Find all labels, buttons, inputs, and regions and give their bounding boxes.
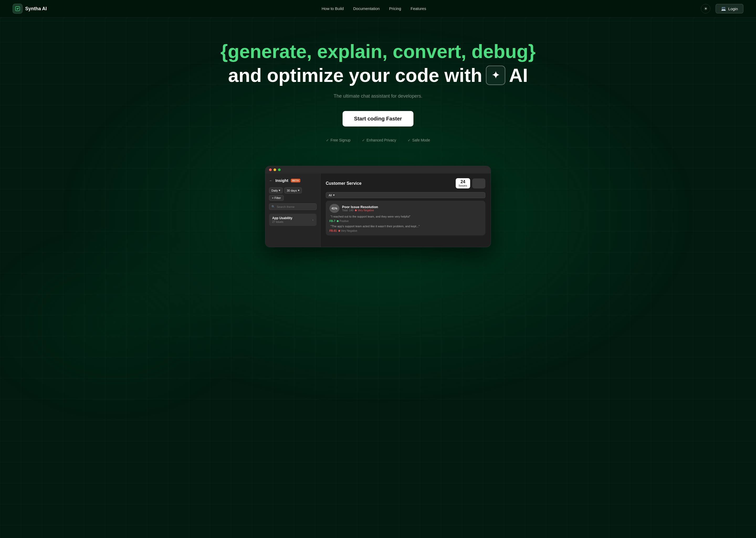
check-enhanced-privacy: ✓ Enhanced Privacy	[362, 138, 396, 142]
negative-dot	[355, 209, 357, 211]
issue-card-header: 41% Poor Issue Resolution Total: 140 Ver…	[329, 204, 482, 213]
hero-line2-prefix: and optimize your code with	[228, 65, 482, 86]
logo[interactable]: Syntha AI	[13, 4, 47, 14]
fb-tag-1: FB-7	[329, 220, 335, 223]
dashboard-main: Customer Service 24 Issues All ▾	[320, 174, 491, 247]
back-arrow-icon[interactable]: ←	[269, 179, 273, 183]
feedback-quote-1: "I reached out to the support team, and …	[329, 215, 482, 218]
logo-text: Syntha AI	[25, 6, 47, 12]
nav-right: ☀ 💻 Login	[701, 4, 743, 13]
logo-icon	[13, 4, 23, 14]
chevron-down-icon: ▾	[279, 189, 280, 192]
feedback-quote-2: "The app's support team acted like it wa…	[329, 225, 482, 228]
main-header: Customer Service 24 Issues	[326, 178, 485, 188]
check-free-signup: ✓ Free Signup	[326, 138, 351, 142]
chevron-right-icon: ›	[312, 218, 313, 222]
chevron-down-icon-2: ▾	[298, 189, 299, 192]
nav-documentation[interactable]: Documentation	[353, 6, 380, 11]
navbar: Syntha AI How to Build Documentation Pri…	[0, 0, 756, 18]
nav-links: How to Build Documentation Pricing Featu…	[322, 6, 426, 11]
hero-headline: {generate, explain, convert, debug}	[11, 41, 745, 62]
feedback-tag-row-2: FB-81 Very Negative	[329, 229, 482, 232]
dashboard-sidebar: ← Insight BETA Daily ▾ 30 days ▾ + Filte…	[265, 174, 320, 247]
nav-features[interactable]: Features	[410, 6, 426, 11]
ai-sparkle-icon: ✦	[486, 66, 505, 85]
hero-section: {generate, explain, convert, debug} and …	[0, 18, 756, 158]
sentiment-positive: Positive	[337, 220, 349, 223]
days-filter[interactable]: 30 days ▾	[284, 188, 302, 193]
dashboard-body: ← Insight BETA Daily ▾ 30 days ▾ + Filte…	[265, 174, 491, 247]
issue-info: Poor Issue Resolution Total: 140 Very Ne…	[342, 205, 378, 212]
app-usability-info: App Usability 27 issues	[272, 216, 293, 223]
chevron-down-icon-3: ▾	[333, 193, 335, 197]
issues-badge: 24 Issues	[456, 178, 470, 188]
hero-line2-suffix: AI	[509, 65, 528, 86]
cta-button[interactable]: Start coding Faster	[343, 111, 413, 127]
laptop-icon: 💻	[721, 6, 726, 11]
sentiment-negative: Very Negative	[338, 229, 357, 232]
expand-dot	[278, 169, 281, 171]
daily-filter[interactable]: Daily ▾	[269, 188, 283, 193]
nav-pricing[interactable]: Pricing	[389, 6, 401, 11]
close-dot	[269, 169, 272, 171]
check-icon-1: ✓	[326, 138, 329, 142]
very-negative-badge: Very Negative	[355, 209, 374, 212]
pct-badge: 41%	[329, 204, 340, 213]
all-filter-dropdown[interactable]: All ▾	[326, 192, 485, 198]
search-theme-input[interactable]	[277, 205, 314, 208]
app-usability-title: App Usability	[272, 216, 293, 220]
insight-label: Insight	[275, 178, 288, 183]
search-icon: 🔍	[271, 205, 275, 208]
sidebar-header: ← Insight BETA	[269, 178, 317, 183]
issue-card: 41% Poor Issue Resolution Total: 140 Ver…	[326, 201, 485, 236]
search-box[interactable]: 🔍	[269, 203, 317, 210]
fb-tag-2: FB-81	[329, 229, 337, 232]
hero-line2: and optimize your code with ✦ AI	[11, 65, 745, 86]
issue-title: Poor Issue Resolution	[342, 205, 378, 209]
check-icon-3: ✓	[408, 138, 410, 142]
dashboard-preview: ← Insight BETA Daily ▾ 30 days ▾ + Filte…	[265, 166, 491, 247]
main-title: Customer Service	[326, 181, 361, 186]
beta-badge: BETA	[291, 179, 300, 183]
positive-dot	[337, 220, 339, 222]
sidebar-filters: Daily ▾ 30 days ▾ + Filter	[269, 188, 317, 201]
negative-dot-2	[338, 230, 340, 232]
issue-meta: Total: 140 Very Negative	[342, 209, 378, 212]
minimize-dot	[274, 169, 276, 171]
check-icon-2: ✓	[362, 138, 365, 142]
window-chrome	[265, 166, 491, 174]
app-usability-card[interactable]: App Usability 27 issues ›	[269, 214, 317, 226]
issues-row: 24 Issues	[456, 178, 485, 188]
check-safe-mode: ✓ Safe Mode	[408, 138, 430, 142]
hero-line1: {generate, explain, convert, debug}	[221, 41, 535, 62]
feedback-tag-row-1: FB-7 Positive	[329, 220, 482, 223]
nav-how-to-build[interactable]: How to Build	[322, 6, 344, 11]
theme-toggle-button[interactable]: ☀	[701, 4, 710, 13]
issues-extra-box	[472, 179, 485, 188]
login-button[interactable]: 💻 Login	[716, 4, 743, 13]
hero-subtitle: The ultimate chat assistant for develope…	[11, 93, 745, 99]
filter-button[interactable]: + Filter	[269, 195, 284, 201]
app-usability-count: 27 issues	[272, 220, 293, 223]
hero-checks: ✓ Free Signup ✓ Enhanced Privacy ✓ Safe …	[11, 138, 745, 142]
